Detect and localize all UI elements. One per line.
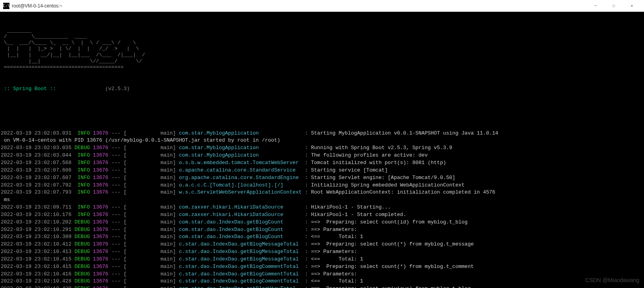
close-button[interactable]: ✕ — [623, 0, 641, 12]
window-controls: ─ ☐ ✕ — [587, 0, 641, 12]
log-line: 2022-03-19 23:02:10.291 DEBUG 13676 --- … — [1, 226, 643, 234]
blank-line — [1, 107, 643, 115]
log-line: 2022-03-19 23:02:10.415 DEBUG 13676 --- … — [1, 256, 643, 263]
maximize-button[interactable]: ☐ — [605, 0, 623, 12]
log-line: 2022-03-19 23:02:10.412 DEBUG 13676 --- … — [1, 241, 643, 248]
log-line-wrap: ms — [1, 196, 643, 204]
log-line: 2022-03-19 23:02:10.429 DEBUG 13676 --- … — [1, 285, 643, 288]
log-line: 2022-03-19 23:02:07.792 INFO 13676 --- [… — [1, 182, 643, 189]
log-line-wrap: on VM-0-14-centos with PID 13676 (/usr/m… — [1, 137, 643, 144]
terminal-body[interactable]: ________ / \___________ ____ \__ ___/\__… — [0, 12, 644, 288]
titlebar-text: root@VM-0-14-centos:~ — [12, 3, 587, 9]
log-line: 2022-03-19 23:02:10.416 DEBUG 13676 --- … — [1, 271, 643, 278]
log-line: 2022-03-19 23:02:07.606 INFO 13676 --- [… — [1, 167, 643, 174]
log-line: 2022-03-19 23:02:10.415 DEBUG 13676 --- … — [1, 263, 643, 271]
spring-boot-line: :: Spring Boot :: (v2.5.3) — [1, 85, 643, 93]
watermark: CSDN @Miaodawang — [585, 276, 639, 284]
log-line: 2022-03-19 23:02:07.793 INFO 13676 --- [… — [1, 189, 643, 196]
log-line: 2022-03-19 23:02:10.413 DEBUG 13676 --- … — [1, 248, 643, 256]
spring-ascii-banner: ________ / \___________ ____ \__ ___/\__… — [1, 28, 643, 70]
spring-version: (v2.5.3) — [105, 86, 130, 92]
log-line: 2022-03-19 23:02:03.044 INFO 13676 --- [… — [1, 152, 643, 159]
terminal-icon: C:\ — [3, 3, 9, 9]
log-line: 2022-03-19 23:02:07.607 INFO 13676 --- [… — [1, 174, 643, 182]
log-line: 2022-03-19 23:02:10.202 DEBUG 13676 --- … — [1, 219, 643, 226]
terminal-window: C:\ root@VM-0-14-centos:~ ─ ☐ ✕ ________… — [0, 0, 644, 288]
titlebar: C:\ root@VM-0-14-centos:~ ─ ☐ ✕ — [0, 0, 644, 12]
log-line: 2022-03-19 23:02:03.031 INFO 13676 --- [… — [1, 130, 643, 137]
minimize-button[interactable]: ─ — [587, 0, 605, 12]
log-line: 2022-03-19 23:02:09.711 INFO 13676 --- [… — [1, 204, 643, 211]
log-output: 2022-03-19 23:02:03.031 INFO 13676 --- [… — [1, 130, 643, 288]
log-line: 2022-03-19 23:02:10.389 DEBUG 13676 --- … — [1, 233, 643, 241]
spring-boot-label: :: Spring Boot :: — [1, 86, 59, 92]
log-line: 2022-03-19 23:02:07.568 INFO 13676 --- [… — [1, 159, 643, 167]
log-line: 2022-03-19 23:02:10.176 INFO 13676 --- [… — [1, 211, 643, 219]
log-line: 2022-03-19 23:02:03.035 DEBUG 13676 --- … — [1, 144, 643, 152]
log-line: 2022-03-19 23:02:10.428 DEBUG 13676 --- … — [1, 278, 643, 285]
